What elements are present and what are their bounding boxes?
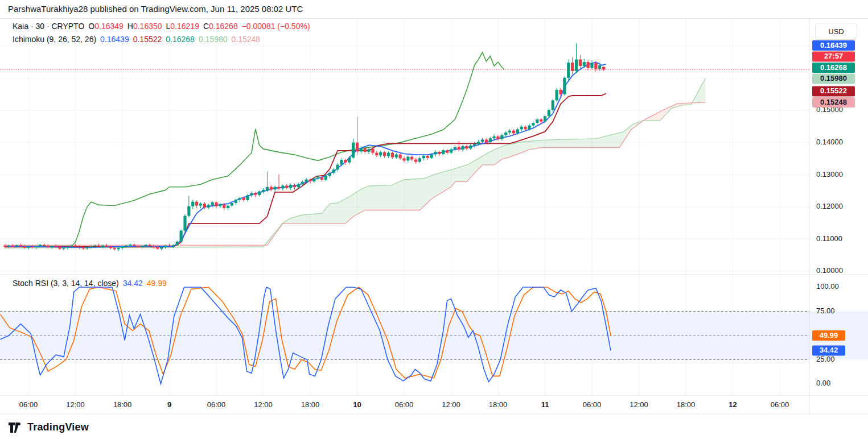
time-axis-label[interactable]: 06:00 [19, 400, 38, 409]
tradingview-logo[interactable]: TradingView [8, 421, 89, 433]
candle-body [442, 150, 445, 154]
candle-body [477, 142, 480, 143]
candle-body [438, 152, 441, 154]
stoch-title[interactable]: Stoch RSI (3, 3, 14, 14, close) [13, 279, 119, 288]
high-label: H0.16350 [127, 22, 162, 31]
candle-body [266, 187, 269, 191]
candle-body [277, 187, 280, 189]
candle-body [536, 119, 538, 123]
time-axis-label[interactable]: 11 [541, 400, 549, 409]
candle-body [3, 246, 6, 247]
time-axis-label[interactable]: 12 [729, 400, 737, 409]
candle-body [19, 245, 22, 246]
candle-body [364, 148, 367, 152]
time-axis-label[interactable]: 18:00 [677, 400, 696, 409]
candle-body [39, 245, 42, 246]
candle-body [172, 245, 175, 246]
candle-body [31, 247, 34, 247]
stoch-axis-label: 100.00 [816, 282, 839, 291]
time-axis-label[interactable]: 06:00 [583, 400, 602, 409]
candle-body [399, 155, 402, 159]
candle-body [305, 180, 308, 182]
candle-body [7, 246, 10, 247]
price-axis-label: 0.10000 [816, 266, 843, 275]
candle-body [571, 63, 574, 71]
candle-body [532, 123, 534, 126]
candle-body [121, 246, 124, 248]
time-axis-label[interactable]: 18:00 [301, 400, 320, 409]
time-axis-label[interactable]: 12:00 [66, 400, 85, 409]
badge-text-stoch-d-value: 49.99 [820, 331, 838, 339]
time-axis-label[interactable]: 18:00 [113, 400, 132, 409]
ichimoku-title[interactable]: Ichimoku (9, 26, 52, 26) [13, 35, 96, 44]
candle-body [559, 90, 562, 94]
ichimoku-lead-b-line [5, 102, 706, 245]
candle-body [567, 63, 570, 78]
candle-body [368, 149, 371, 152]
high-value: 0.16350 [133, 22, 162, 31]
symbol-legend-row[interactable]: Kaia · 30 · CRYPTO O0.16349 H0.16350 L0.… [13, 22, 310, 31]
candle-body [508, 131, 511, 132]
candle-body [320, 177, 323, 180]
candle-body [462, 146, 464, 150]
time-axis-label[interactable]: 06:00 [395, 400, 414, 409]
time-axis-label[interactable]: 9 [167, 400, 171, 409]
time-axis-label[interactable]: 12:00 [442, 400, 460, 409]
symbol-title[interactable]: Kaia · 30 · CRYPTO [13, 22, 84, 31]
candle-body [324, 176, 327, 180]
candle-body [590, 63, 593, 68]
candle-body [598, 65, 601, 69]
candle-body [308, 180, 311, 181]
change-value: −0.00081 (−0.50%) [242, 22, 310, 31]
candle-body [406, 157, 409, 161]
badge-text-stoch-k-value: 34.42 [820, 346, 838, 354]
candle-body [82, 247, 85, 249]
time-axis-label[interactable]: 10 [353, 400, 361, 409]
ichimoku-lagging-line [5, 52, 504, 246]
candle-body [156, 247, 159, 249]
stoch-legend-row[interactable]: Stoch RSI (3, 3, 14, 14, close) 34.42 49… [13, 279, 167, 288]
candle-body [183, 216, 186, 231]
ichimoku-lead-a-line [5, 79, 706, 249]
candle-body [371, 149, 374, 153]
price-badge-text-bar-countdown: 27:57 [824, 52, 843, 60]
candle-body [481, 140, 484, 142]
candle-body [556, 90, 558, 101]
candle-body [418, 158, 421, 161]
candle-body [195, 202, 198, 206]
low-label: L0.16219 [166, 22, 199, 31]
candle-body [55, 246, 57, 247]
ichimoku-legend-row[interactable]: Ichimoku (9, 26, 52, 26) 0.16439 0.15522… [13, 35, 260, 44]
time-axis-label[interactable]: 06:00 [771, 400, 789, 409]
chart-canvas[interactable]: 0.150000.140000.130000.120000.110000.100… [0, 0, 868, 439]
candle-body [133, 245, 135, 246]
candle-body [426, 156, 429, 158]
price-axis-label: 0.13000 [816, 170, 843, 179]
close-value: 0.16268 [209, 22, 238, 31]
open-label: O0.16349 [88, 22, 124, 31]
candle-body [352, 143, 355, 158]
time-axis-label[interactable]: 06:00 [207, 400, 226, 409]
candle-body [360, 148, 363, 152]
currency-button[interactable]: USD [815, 23, 857, 40]
candle-body [336, 165, 339, 169]
time-axis-label[interactable]: 12:00 [630, 400, 648, 409]
candle-body [485, 140, 488, 143]
time-axis-label[interactable]: 18:00 [489, 400, 508, 409]
candle-body [199, 204, 202, 205]
candle-body [516, 129, 519, 133]
candle-body [74, 246, 77, 246]
candle-body [402, 158, 405, 160]
candle-body [387, 153, 390, 156]
candle-body [395, 155, 398, 158]
candle-body [430, 155, 433, 158]
candle-body [410, 157, 413, 160]
candle-body [70, 246, 73, 247]
time-axis-label[interactable]: 12:00 [254, 400, 273, 409]
stoch-d-legend-value: 49.99 [147, 279, 167, 288]
ichimoku-conversion-value: 0.16439 [100, 35, 129, 44]
candle-body [35, 246, 38, 247]
candle-body [458, 147, 460, 150]
candle-body [473, 144, 476, 146]
price-badge-text-last-price: 0.16268 [820, 63, 847, 72]
